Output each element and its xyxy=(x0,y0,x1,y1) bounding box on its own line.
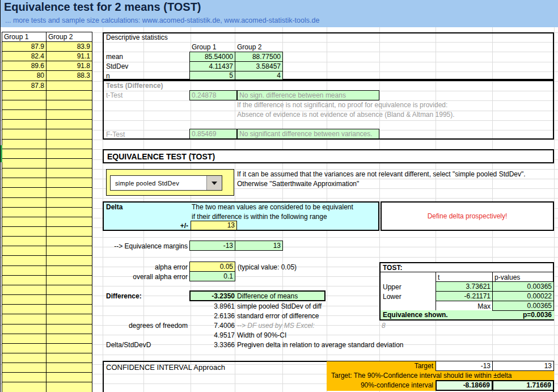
group1-cell[interactable] xyxy=(2,373,46,382)
group2-cell[interactable] xyxy=(46,382,92,391)
group1-cell[interactable]: 80 xyxy=(2,71,46,80)
ttest-result-cell: No sign. difference between means xyxy=(237,90,379,100)
group1-cell[interactable] xyxy=(2,110,46,119)
alpha-label: alpha error xyxy=(110,263,188,272)
group2-cell[interactable]: 91.1 xyxy=(46,52,92,61)
group2-cell[interactable] xyxy=(46,305,92,314)
group2-cell[interactable] xyxy=(46,285,92,294)
group1-cell[interactable] xyxy=(2,149,46,158)
input-row: 89.691.8 xyxy=(2,61,92,71)
delta-warning: Define delta prospectively! xyxy=(428,212,508,221)
group1-cell[interactable] xyxy=(2,168,46,178)
group1-cell[interactable] xyxy=(2,334,46,343)
group1-cell[interactable] xyxy=(2,140,46,149)
input-row xyxy=(2,334,92,344)
input-row xyxy=(2,208,92,217)
input-row: 87.983.9 xyxy=(2,42,92,52)
group2-cell[interactable] xyxy=(46,334,92,343)
page-subtitle[interactable]: ... more tests and sample size calculati… xyxy=(5,16,319,24)
group2-cell[interactable] xyxy=(46,100,92,109)
group1-cell[interactable] xyxy=(2,159,46,168)
group2-cell[interactable] xyxy=(46,140,92,149)
ttest-value-cell: 0.24878 xyxy=(189,90,237,100)
diff-row-desc: simple pooled StdDev of diff xyxy=(237,302,322,311)
group2-cell[interactable]: 91.8 xyxy=(46,61,92,70)
group1-cell[interactable]: 87.9 xyxy=(2,42,46,51)
group2-cell[interactable] xyxy=(46,81,92,90)
group2-cell[interactable] xyxy=(46,373,92,382)
group2-cell[interactable] xyxy=(46,266,92,275)
group1-cell[interactable] xyxy=(2,256,46,265)
group1-cell[interactable] xyxy=(2,237,46,246)
group2-cell[interactable] xyxy=(46,188,92,197)
group2-cell[interactable] xyxy=(46,363,92,372)
group1-cell[interactable] xyxy=(2,188,46,197)
group2-cell[interactable] xyxy=(46,159,92,168)
group2-cell[interactable] xyxy=(46,276,92,285)
group2-cell[interactable] xyxy=(46,314,92,323)
group2-cell[interactable] xyxy=(46,110,92,119)
dropdown-button[interactable] xyxy=(206,176,222,190)
overall-alpha-label: overall alpha error xyxy=(99,272,188,282)
group2-cell[interactable] xyxy=(46,246,92,255)
group2-cell[interactable] xyxy=(46,149,92,158)
tost-header-box: EQUIVALENCE TEST (TOST) xyxy=(103,149,554,163)
dropdown-selected-value: simple pooled StdDev xyxy=(111,180,206,187)
mean-group2-cell: 88.77500 xyxy=(235,52,283,62)
group1-cell[interactable] xyxy=(2,276,46,285)
group2-cell[interactable] xyxy=(46,324,92,334)
stat-label: mean xyxy=(106,52,123,62)
group1-cell[interactable] xyxy=(2,217,46,226)
group1-cell[interactable] xyxy=(2,129,46,138)
group2-cell[interactable]: 83.9 xyxy=(46,42,92,51)
group2-cell[interactable] xyxy=(46,256,92,265)
group1-cell[interactable] xyxy=(2,363,46,372)
input-row xyxy=(2,140,92,149)
group2-cell[interactable] xyxy=(46,129,92,138)
group2-cell[interactable] xyxy=(46,208,92,217)
group1-cell[interactable]: 89.6 xyxy=(2,61,46,70)
group2-cell[interactable] xyxy=(46,178,92,187)
group1-cell[interactable]: 87.8 xyxy=(2,81,46,90)
group2-cell[interactable] xyxy=(46,168,92,178)
margins-label: --> Equivalence margins xyxy=(86,242,188,251)
group2-cell[interactable] xyxy=(46,217,92,226)
group2-cell[interactable] xyxy=(46,120,92,129)
group1-cell[interactable] xyxy=(2,91,46,100)
group1-cell[interactable] xyxy=(2,120,46,129)
group1-cell[interactable] xyxy=(2,100,46,109)
group2-cell[interactable]: 88.3 xyxy=(46,71,92,80)
group1-cell[interactable] xyxy=(2,305,46,314)
group1-cell[interactable] xyxy=(2,285,46,294)
group1-cell[interactable] xyxy=(2,382,46,391)
group1-cell[interactable]: 82.4 xyxy=(2,52,46,61)
input-row xyxy=(2,110,92,120)
group2-cell[interactable] xyxy=(46,353,92,363)
margin-low-cell: -13 xyxy=(189,241,235,251)
target-low-cell: -13 xyxy=(436,361,493,371)
group1-cell[interactable] xyxy=(2,353,46,363)
delta-value-cell[interactable]: 13 xyxy=(191,221,237,230)
ci-high-cell: 1.71669 xyxy=(492,380,554,391)
group2-cell[interactable] xyxy=(46,227,92,236)
input-row xyxy=(2,363,92,373)
group1-cell[interactable] xyxy=(2,246,46,255)
alpha-value-cell[interactable]: 0.05 xyxy=(189,262,235,272)
group1-cell[interactable] xyxy=(2,324,46,334)
stddev-method-dropdown[interactable]: simple pooled StdDev xyxy=(110,175,222,191)
group1-cell[interactable] xyxy=(2,314,46,323)
delta-desc-1: The two mean values are considered to be… xyxy=(192,203,353,212)
group2-cell[interactable] xyxy=(46,198,92,207)
input-row xyxy=(2,149,92,159)
group2-cell[interactable] xyxy=(46,237,92,246)
group2-cell[interactable] xyxy=(46,91,92,100)
group1-cell[interactable] xyxy=(2,266,46,275)
group1-cell[interactable] xyxy=(2,208,46,217)
group2-cell[interactable] xyxy=(46,344,92,353)
group1-cell[interactable] xyxy=(2,344,46,353)
group2-cell[interactable] xyxy=(46,295,92,304)
group1-cell[interactable] xyxy=(2,295,46,304)
group1-cell[interactable] xyxy=(2,198,46,207)
group1-cell[interactable] xyxy=(2,178,46,187)
group1-cell[interactable] xyxy=(2,227,46,236)
